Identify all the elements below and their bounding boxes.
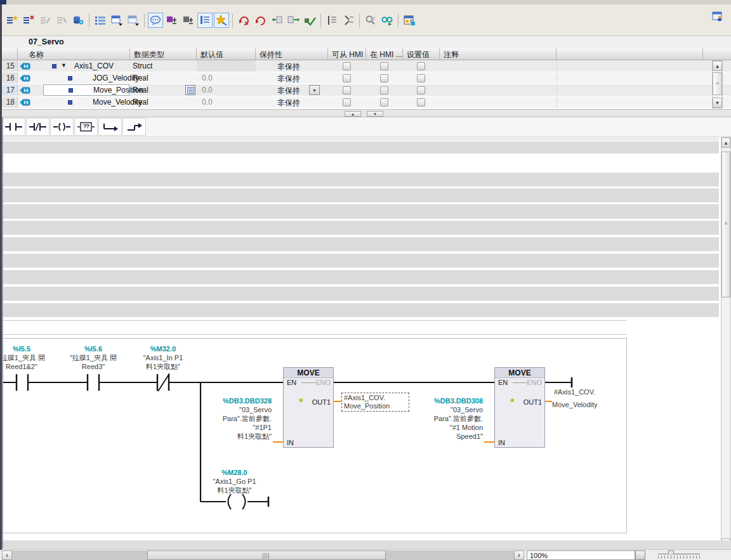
cell-comment[interactable] bbox=[440, 96, 556, 108]
table-row[interactable]: 16 JOG_Velodity Real 0.0 非保持 bbox=[0, 72, 731, 84]
move-block[interactable]: MOVE EN ENO * OUT1 IN bbox=[283, 367, 334, 448]
table-scroll-down-button[interactable]: ▼ bbox=[713, 98, 722, 108]
consistency-check-icon[interactable] bbox=[302, 13, 317, 28]
open-branch-button[interactable] bbox=[98, 118, 122, 136]
contact-operand[interactable]: %M32.0 "Axis1_In P1 料1夾取點" bbox=[119, 344, 207, 371]
header-name[interactable]: 名称 bbox=[18, 48, 130, 60]
cell-hmi-visible[interactable] bbox=[366, 72, 403, 84]
expand-caret-icon[interactable]: ▼ bbox=[61, 62, 67, 68]
cell-default[interactable]: 0.0 bbox=[197, 72, 256, 84]
table-scrollbar[interactable]: ▲ ≡ ▼ bbox=[712, 60, 723, 108]
checkbox[interactable] bbox=[380, 74, 388, 82]
zoom-dropdown-button[interactable] bbox=[635, 550, 645, 560]
retain-dropdown-button[interactable]: ▾ bbox=[309, 85, 320, 95]
collapse-all-icon[interactable] bbox=[341, 13, 356, 28]
header-type[interactable]: 数据类型 bbox=[130, 48, 197, 60]
header-hmi-accessible[interactable]: 可从 HMI ... bbox=[328, 48, 366, 60]
download-start-values-icon[interactable] bbox=[164, 13, 180, 28]
hscroll-right-button[interactable]: › bbox=[514, 550, 524, 560]
autofill-icon[interactable] bbox=[37, 13, 53, 28]
header-hmi-visible[interactable]: 在 HMI ... bbox=[366, 48, 403, 60]
cell-retain[interactable]: 非保持 bbox=[256, 72, 328, 84]
hscroll-thumb[interactable] bbox=[147, 550, 386, 560]
cell-hmi-visible[interactable] bbox=[366, 96, 403, 108]
tag-name[interactable]: Axis1_COV bbox=[74, 62, 114, 70]
splitter-collapse-down-button[interactable]: ▼ bbox=[367, 111, 383, 117]
hscroll-track[interactable] bbox=[386, 550, 514, 560]
editor-scrollbar[interactable]: ▲ ≡ ▼ bbox=[721, 137, 731, 549]
move-output-operand-selected[interactable]: #Axis1_COV. Move_Position bbox=[341, 393, 409, 412]
cell-comment[interactable] bbox=[440, 72, 556, 84]
cell-retain[interactable]: 非保持 bbox=[256, 60, 328, 72]
splitter-collapse-up-button[interactable]: ▲ bbox=[345, 111, 361, 117]
checkbox[interactable] bbox=[343, 98, 351, 107]
editor-scroll-thumb[interactable]: ≡ bbox=[721, 152, 730, 297]
header-setpoint[interactable]: 设置值 bbox=[403, 48, 440, 60]
cell-setpoint[interactable] bbox=[403, 60, 440, 72]
upload-start-values-icon[interactable] bbox=[181, 13, 196, 28]
comment-toggle-icon[interactable] bbox=[148, 13, 163, 28]
expanded-mode-icon[interactable] bbox=[197, 13, 213, 28]
cell-setpoint[interactable] bbox=[403, 72, 440, 84]
lad-network-canvas[interactable]: %I5.5 "拉膜1_夾具 開 Reed1&2" %I5.6 "拉膜1_夾具 開… bbox=[2, 338, 627, 533]
zoom-level-field[interactable]: 100% bbox=[527, 550, 635, 560]
cell-datatype[interactable]: Real bbox=[130, 84, 197, 96]
cell-hmi-visible[interactable] bbox=[366, 60, 403, 72]
cell-comment[interactable] bbox=[440, 60, 556, 72]
coil-operand[interactable]: %M28.0 "Axis1_Go P1 料1夾取點" bbox=[195, 468, 274, 495]
checkbox[interactable] bbox=[343, 74, 351, 82]
cell-hmi-accessible[interactable] bbox=[328, 96, 366, 108]
cell-hmi-accessible[interactable] bbox=[328, 60, 366, 72]
checkbox[interactable] bbox=[343, 62, 351, 70]
pane-splitter[interactable]: ▲ ▼ bbox=[0, 109, 731, 117]
find-icon[interactable] bbox=[363, 13, 378, 28]
cell-datatype[interactable]: Struct bbox=[130, 60, 197, 72]
expand-all-icon[interactable] bbox=[324, 13, 339, 28]
discard-changes-icon[interactable] bbox=[236, 13, 251, 28]
checkbox[interactable] bbox=[417, 98, 425, 107]
header-default[interactable]: 默认值 bbox=[197, 48, 256, 60]
cell-hmi-visible[interactable] bbox=[366, 84, 403, 96]
no-contact-button[interactable] bbox=[2, 118, 25, 136]
cell-comment[interactable] bbox=[440, 84, 556, 96]
insert-row-icon[interactable] bbox=[4, 13, 20, 28]
nc-contact-button[interactable] bbox=[26, 118, 49, 136]
checkbox[interactable] bbox=[417, 74, 425, 82]
snapshot-list-icon[interactable] bbox=[93, 13, 108, 28]
block-properties-icon[interactable] bbox=[402, 13, 417, 28]
move-input-operand[interactable]: %DB3.DBD328 "03_Servo Para".當前參數. "#1P1 … bbox=[183, 396, 272, 441]
cell-datatype[interactable]: Real bbox=[130, 72, 197, 84]
header-retain[interactable]: 保持性 bbox=[256, 48, 328, 60]
cell-setpoint[interactable] bbox=[403, 84, 440, 96]
open-type-dialog-button[interactable] bbox=[185, 85, 195, 95]
checkbox[interactable] bbox=[417, 62, 425, 70]
cell-datatype[interactable]: Real bbox=[130, 96, 197, 108]
move-output-operand[interactable]: #Axis1_COV. bbox=[554, 388, 595, 396]
move-block[interactable]: MOVE EN ENO * OUT1 IN bbox=[494, 367, 545, 448]
table-scroll-thumb[interactable]: ≡ bbox=[713, 72, 722, 95]
empty-box-button[interactable]: ?? bbox=[74, 118, 98, 136]
checkbox[interactable] bbox=[380, 86, 388, 94]
hscroll-track[interactable] bbox=[12, 550, 147, 560]
autoclear-icon[interactable] bbox=[54, 13, 69, 28]
copy-to-setpoint-icon[interactable] bbox=[286, 13, 301, 28]
split-editor-icon[interactable] bbox=[710, 9, 725, 24]
close-branch-button[interactable] bbox=[122, 118, 146, 136]
zoom-slider-track[interactable] bbox=[658, 554, 700, 554]
checkbox[interactable] bbox=[380, 62, 388, 70]
header-comment[interactable]: 注释 bbox=[440, 48, 556, 60]
editor-scroll-up-button[interactable]: ▲ bbox=[721, 138, 730, 148]
table-row[interactable]: 18 Move_Velodity Real 0.0 非保持 bbox=[0, 96, 731, 108]
table-scroll-up-button[interactable]: ▲ bbox=[713, 61, 722, 71]
checkbox[interactable] bbox=[343, 86, 351, 94]
update-db-icon[interactable] bbox=[70, 13, 86, 28]
checkbox[interactable] bbox=[417, 86, 425, 94]
cell-name[interactable]: Move_Position bbox=[18, 84, 130, 96]
load-start-values-icon[interactable] bbox=[109, 13, 124, 28]
name-edit-field[interactable]: Move_Position bbox=[43, 84, 129, 96]
cell-default[interactable]: 0.0 bbox=[197, 96, 256, 108]
cell-setpoint[interactable] bbox=[403, 96, 440, 108]
hscroll-left-button[interactable]: ‹ bbox=[2, 550, 12, 560]
monitor-icon[interactable] bbox=[379, 13, 395, 28]
checkbox[interactable] bbox=[380, 98, 388, 107]
